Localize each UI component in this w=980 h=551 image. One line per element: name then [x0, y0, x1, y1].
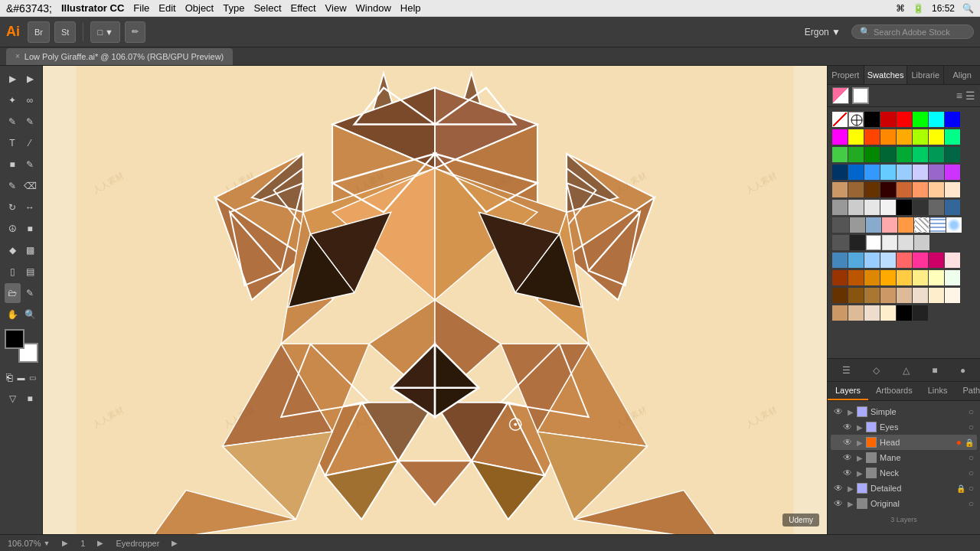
- a7[interactable]: [929, 270, 944, 285]
- layer-visibility-neck[interactable]: 👁: [843, 468, 852, 478]
- tab-close-button[interactable]: ×: [15, 52, 20, 60]
- blue2[interactable]: [864, 165, 880, 180]
- eraser-tool[interactable]: ⌫: [22, 176, 38, 196]
- rotate-tool[interactable]: ↻: [5, 197, 21, 217]
- teal3[interactable]: [945, 147, 960, 162]
- t7[interactable]: [929, 288, 944, 303]
- layer-expand-mane[interactable]: ▶: [857, 454, 863, 462]
- lasso-tool[interactable]: ∞: [22, 90, 38, 110]
- gray3[interactable]: [864, 200, 880, 215]
- layer-visibility-eyes[interactable]: 👁: [843, 422, 852, 432]
- layer-circle-neck[interactable]: ○: [969, 468, 974, 478]
- dark-gray-swatch[interactable]: [832, 217, 849, 233]
- zoom-dropdown-icon[interactable]: ▼: [43, 540, 50, 547]
- layer-expand-original[interactable]: ▶: [848, 500, 854, 508]
- layer-circle-mane[interactable]: ○: [969, 452, 974, 463]
- links-tab[interactable]: Links: [920, 382, 956, 400]
- layer-expand-detailed[interactable]: ▶: [848, 484, 854, 493]
- gradient-mode[interactable]: ▭: [28, 367, 38, 387]
- blue3[interactable]: [880, 165, 896, 180]
- document-tab[interactable]: × Low Poly Giraffe.ai* @ 106.07% (RGB/GP…: [6, 48, 233, 65]
- b2[interactable]: [848, 253, 864, 268]
- apple-menu[interactable]: &#63743;: [6, 2, 52, 15]
- paintbrush-tool[interactable]: ✎: [22, 155, 38, 174]
- salmon-swatch[interactable]: [882, 217, 897, 233]
- black-swatch[interactable]: [864, 112, 880, 127]
- hand-tool[interactable]: ✋: [5, 305, 21, 324]
- a4[interactable]: [880, 270, 896, 285]
- a2[interactable]: [848, 270, 864, 285]
- gradient-tool[interactable]: ▯: [5, 262, 21, 282]
- s5[interactable]: [897, 305, 912, 321]
- layer-item-original[interactable]: 👁 ▶ Original ○: [831, 496, 977, 511]
- green4[interactable]: [880, 147, 896, 162]
- r2[interactable]: [913, 253, 928, 268]
- menu-select[interactable]: Select: [253, 2, 281, 14]
- layer-item-eyes[interactable]: 👁 ▶ Eyes ○: [831, 419, 977, 435]
- t2[interactable]: [848, 288, 864, 303]
- teal2[interactable]: [929, 147, 944, 162]
- layers-tab[interactable]: Layers: [828, 382, 868, 400]
- t3[interactable]: [864, 288, 880, 303]
- page-next-icon[interactable]: ▶: [97, 539, 103, 547]
- user-menu[interactable]: Ergon ▼: [805, 27, 841, 37]
- red-dark-swatch[interactable]: [880, 112, 896, 127]
- registration-swatch[interactable]: [848, 112, 864, 127]
- zoom-control[interactable]: 106.07% ▼: [8, 539, 50, 548]
- peach3[interactable]: [929, 182, 944, 197]
- rectangle-tool[interactable]: ■: [5, 155, 21, 174]
- menu-effect[interactable]: Effect: [291, 2, 316, 14]
- t1[interactable]: [832, 288, 848, 303]
- blue-swatch[interactable]: [945, 112, 960, 127]
- br-button[interactable]: Br: [28, 21, 50, 43]
- stock-search[interactable]: 🔍 Search Adobe Stock: [851, 24, 974, 39]
- artboard-tool[interactable]: ■: [22, 389, 38, 409]
- peach1[interactable]: [897, 182, 912, 197]
- canvas-area[interactable]: 人人素材 人人素材 人人素材 人人素材 人人素材 人人素材 人人素材 人人素材 …: [43, 66, 827, 534]
- t4[interactable]: [880, 288, 896, 303]
- chart-tool[interactable]: ▩: [22, 240, 38, 260]
- mgray-s6[interactable]: [914, 235, 929, 250]
- menu-window[interactable]: Window: [356, 2, 391, 14]
- none-swatch[interactable]: ⎗: [5, 367, 15, 387]
- b1[interactable]: [832, 253, 848, 268]
- pencil-tool[interactable]: ✎: [5, 176, 21, 196]
- yellow-swatch[interactable]: [848, 129, 864, 145]
- white-swatch-button[interactable]: [852, 87, 869, 104]
- swatch-list-icon[interactable]: ☰: [965, 90, 975, 102]
- a6[interactable]: [913, 270, 928, 285]
- dark-s1[interactable]: [832, 235, 849, 250]
- gray1[interactable]: [832, 200, 848, 215]
- layer-item-neck[interactable]: 👁 ▶ Neck ○: [831, 465, 977, 481]
- pattern-swatch2[interactable]: [930, 217, 946, 233]
- pattern-swatch1[interactable]: [914, 217, 929, 233]
- brown3[interactable]: [864, 182, 880, 197]
- dark3[interactable]: [929, 200, 944, 215]
- ltgray-s4[interactable]: [882, 235, 897, 250]
- light-blue-swatch[interactable]: [866, 217, 881, 233]
- purple1[interactable]: [929, 165, 944, 180]
- green2[interactable]: [848, 147, 864, 162]
- layer-expand-neck[interactable]: ▶: [857, 469, 863, 478]
- yellow-light-swatch[interactable]: [929, 129, 944, 145]
- yellow-green-swatch[interactable]: [913, 129, 928, 145]
- pattern-swatch3[interactable]: [946, 217, 962, 233]
- cyan-swatch[interactable]: [929, 112, 944, 127]
- layer-expand-eyes[interactable]: ▶: [857, 423, 863, 432]
- menu-edit[interactable]: Edit: [158, 2, 175, 14]
- layer-visibility-head[interactable]: 👁: [843, 437, 852, 448]
- zoom-tool[interactable]: 🔍: [22, 305, 38, 324]
- s2[interactable]: [848, 305, 864, 321]
- gray2[interactable]: [848, 200, 864, 215]
- layer-visibility-detailed[interactable]: 👁: [834, 483, 843, 494]
- layer-item-detailed[interactable]: 👁 ▶ Detailed 🔒 ○: [831, 481, 977, 496]
- pathfinder-tab[interactable]: Pathfinde: [955, 382, 980, 400]
- r4[interactable]: [945, 253, 960, 268]
- s4[interactable]: [880, 305, 896, 321]
- layer-circle-simple[interactable]: ○: [969, 406, 974, 417]
- purple2[interactable]: [945, 165, 960, 180]
- mid-gray-swatch[interactable]: [850, 217, 865, 233]
- layer-visibility-mane[interactable]: 👁: [843, 452, 852, 463]
- slate1[interactable]: [945, 200, 960, 215]
- tab-swatches[interactable]: Swatches: [864, 66, 908, 84]
